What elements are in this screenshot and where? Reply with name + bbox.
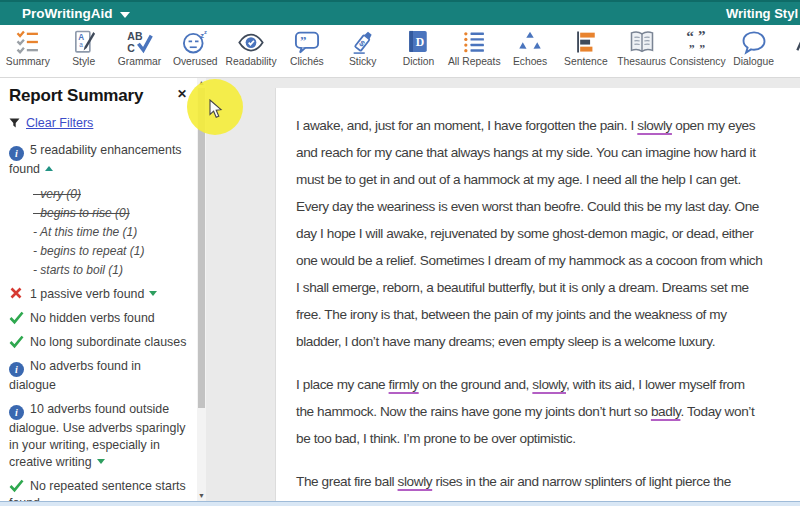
window-bottom-border	[0, 501, 800, 506]
chevron-down-icon	[120, 12, 130, 18]
toolbar-item-all-repeats[interactable]: All Repeats	[446, 25, 502, 77]
info-icon: i	[9, 405, 24, 420]
doc-text-segment: free. The irony is that, between the pai…	[296, 307, 727, 322]
click-highlight	[187, 79, 243, 135]
app-title: ProWritingAid	[22, 6, 113, 21]
report-subitem[interactable]: - begins to rise (0)	[33, 204, 191, 222]
report-item-text: 1 passive verb found	[30, 287, 144, 301]
summary-icon	[0, 28, 56, 56]
prowritingaid-app: ProWritingAid Writing Styl Summary A a S…	[0, 0, 800, 506]
toolbar-item-p[interactable]: P	[781, 25, 800, 77]
grammar-icon: AB C	[112, 28, 168, 56]
toolbar-item-grammar[interactable]: AB C Grammar	[112, 25, 168, 77]
toolbar-item-label: Thesaurus	[614, 56, 670, 67]
style-icon: A a	[56, 28, 112, 56]
clear-filters-link[interactable]: Clear Filters	[26, 116, 93, 130]
document-page[interactable]: I awake, and, just for an moment, I have…	[275, 88, 800, 501]
svg-text:D: D	[416, 36, 424, 49]
doc-text-segment: the hammock. Now the rains have gone my …	[296, 404, 651, 419]
scrollbar-thumb[interactable]	[198, 88, 205, 408]
toolbar-item-diction[interactable]: DDiction	[391, 25, 447, 77]
doc-text-segment: . Today won’t	[680, 404, 754, 419]
toolbar-item-overused[interactable]: z zOverused	[167, 25, 223, 77]
svg-text:”: ”	[698, 28, 706, 44]
toolbar-item-label: Readability	[223, 56, 279, 67]
doc-line: one would be a relief. Sometimes I dream…	[296, 247, 800, 274]
toolbar-item-label: All Repeats	[446, 56, 502, 67]
svg-text:C: C	[128, 42, 136, 54]
overused-icon: z z	[167, 28, 223, 56]
cliches-icon: ”	[279, 28, 335, 56]
report-item-text: No hidden verbs found	[30, 311, 155, 325]
document-text[interactable]: I awake, and, just for an moment, I have…	[296, 112, 800, 501]
report-item[interactable]: i10 adverbs found outside dialogue. Use …	[9, 401, 191, 471]
toolbar-item-label: Clichés	[279, 56, 335, 67]
adverb-highlight[interactable]: slowly	[637, 118, 672, 133]
all-repeats-icon	[446, 28, 502, 56]
panel-title: Report Summary	[9, 86, 143, 106]
report-item: iNo adverbs found in dialogue	[9, 358, 191, 394]
toolbar-item-summary[interactable]: Summary	[0, 25, 56, 77]
main-area: Report Summary ✕ Clear Filters i5 readab…	[0, 78, 800, 501]
report-item[interactable]: 1 passive verb found	[9, 286, 191, 303]
expand-arrow-icon[interactable]	[97, 459, 105, 464]
document-paragraph: I awake, and, just for an moment, I have…	[296, 112, 800, 355]
doc-line: the hammock. Now the rains have gone my …	[296, 398, 800, 425]
toolbar-item-readability[interactable]: Readability	[223, 25, 279, 77]
adverb-highlight[interactable]: badly	[651, 404, 681, 419]
document-paragraph: The great fire ball slowly rises in the …	[296, 468, 800, 501]
check-icon	[9, 310, 24, 325]
doc-line: day I hope I will awake, rejuvenated by …	[296, 220, 800, 247]
expand-arrow-icon[interactable]	[149, 291, 157, 296]
toolbar-item-clich-s[interactable]: ”Clichés	[279, 25, 335, 77]
doc-line: and reach for my cane that always hangs …	[296, 139, 800, 166]
report-item[interactable]: i5 readability enhancements found	[9, 142, 191, 178]
doc-line: Every day the weariness is even worst th…	[296, 193, 800, 220]
report-subitem[interactable]: - begins to repeat (1)	[33, 242, 191, 260]
scroll-down-icon[interactable]: ▼	[197, 491, 206, 501]
mouse-cursor-icon	[209, 99, 223, 119]
doc-text-segment: I shall emerge, reborn, a beautiful butt…	[296, 280, 749, 295]
toolbar-item-style[interactable]: A a Style	[56, 25, 112, 77]
doc-line: The great fire ball slowly rises in the …	[296, 468, 800, 495]
toolbar-item-dialogue[interactable]: Dialogue	[726, 25, 782, 77]
svg-text:z: z	[204, 29, 207, 35]
toolbar-item-echoes[interactable]: Echoes	[502, 25, 558, 77]
dialogue-icon	[726, 28, 782, 56]
report-subitem[interactable]: - very (0)	[33, 185, 191, 203]
toolbar-item-label: Sentence	[558, 56, 614, 67]
doc-text-segment: bladder, I don’t have many dreams; even …	[296, 334, 715, 349]
toolbar-item-label: Style	[56, 56, 112, 67]
doc-text-segment: must be to get in and out of a hammock a…	[296, 172, 741, 187]
doc-line: must be to get in and out of a hammock a…	[296, 166, 800, 193]
report-item-text: No repeated sentence starts found	[9, 479, 186, 501]
app-menu-button[interactable]: ProWritingAid	[22, 6, 130, 21]
report-subitem[interactable]: - starts to boil (1)	[33, 261, 191, 279]
doc-text-segment: , with its aid, I lower myself from	[566, 377, 745, 392]
doc-text-segment: rises in the air and narrow splinters of…	[432, 474, 731, 489]
info-icon: i	[9, 362, 24, 377]
adverb-highlight[interactable]: slowly	[532, 377, 566, 392]
toolbar-item-consistency[interactable]: “ ” ” ”Consistency	[670, 25, 726, 77]
svg-text:”: ”	[300, 34, 306, 48]
doc-text-segment: I place my cane	[296, 377, 389, 392]
report-subitem[interactable]: - At this time the (1)	[33, 223, 191, 241]
doc-text-segment: The great fire ball	[296, 474, 398, 489]
toolbar-item-sentence[interactable]: Sentence	[558, 25, 614, 77]
collapse-arrow-icon[interactable]	[45, 166, 53, 171]
svg-text:”: ”	[688, 43, 694, 56]
svg-text:”: ”	[699, 43, 705, 56]
doc-text-segment: and reach for my cane that always hangs …	[296, 145, 756, 160]
toolbar-item-sticky[interactable]: $ Sticky	[335, 25, 391, 77]
adverb-highlight[interactable]: firmly	[389, 377, 419, 392]
writing-style-menu[interactable]: Writing Styl	[726, 6, 798, 21]
app-header: ProWritingAid Writing Styl	[0, 0, 800, 25]
adverb-highlight[interactable]: slowly	[398, 474, 433, 489]
toolbar-item-label: Grammar	[112, 56, 168, 67]
svg-text:a: a	[79, 41, 83, 48]
doc-text-segment: on the ground and,	[419, 377, 533, 392]
toolbar-item-label: Diction	[391, 56, 447, 67]
sticky-icon: $	[335, 28, 391, 56]
toolbar-item-thesaurus[interactable]: Thesaurus	[614, 25, 670, 77]
sidebar-scrollbar[interactable]: ▲ ▼	[197, 78, 206, 501]
